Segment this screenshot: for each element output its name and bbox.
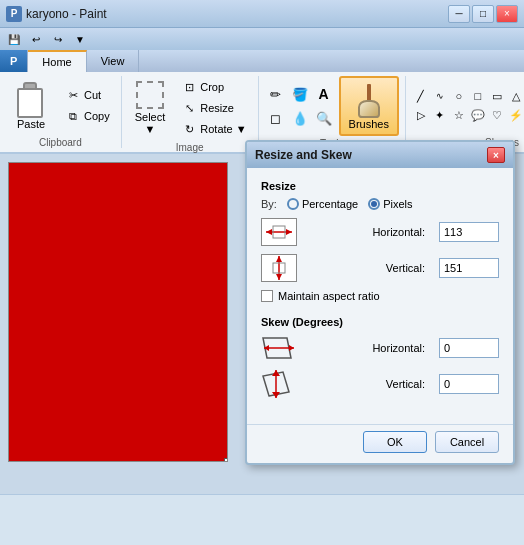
- by-label: By:: [261, 198, 277, 210]
- shape-arrow-r[interactable]: ▷: [412, 106, 430, 124]
- shape-callout[interactable]: 💬: [469, 106, 487, 124]
- shape-triangle[interactable]: △: [507, 87, 524, 105]
- image-group-content: Select ▼ ⊡ Crop ⤡ Resize ↻ Rotate: [128, 76, 252, 140]
- window-title: karyono - Paint: [26, 7, 448, 21]
- tab-view[interactable]: View: [87, 50, 140, 72]
- color-pick-button[interactable]: 💧: [289, 107, 311, 129]
- percentage-radio-circle: [287, 198, 299, 210]
- tools-row-1: ✏ 🪣 A: [265, 83, 335, 105]
- minimize-button[interactable]: ─: [448, 5, 470, 23]
- quick-access-toolbar: 💾 ↩ ↪ ▼: [0, 28, 524, 50]
- shape-lightning[interactable]: ⚡: [507, 106, 524, 124]
- percentage-label: Percentage: [302, 198, 358, 210]
- pixels-label: Pixels: [383, 198, 412, 210]
- magnify-button[interactable]: 🔍: [313, 107, 335, 129]
- skew-horizontal-label: Horizontal:: [305, 342, 431, 354]
- horizontal-arrows-svg: [264, 225, 294, 239]
- skew-horizontal-row: Horizontal:: [261, 334, 499, 362]
- horizontal-icon: [261, 218, 297, 246]
- select-icon: [136, 81, 164, 109]
- image-group: Select ▼ ⊡ Crop ⤡ Resize ↻ Rotate: [122, 76, 259, 148]
- text-button[interactable]: A: [313, 83, 335, 105]
- skew-section: Skew (Degrees) Horizontal:: [261, 316, 499, 398]
- crop-icon: ⊡: [181, 79, 197, 95]
- paste-icon: [15, 82, 47, 118]
- skew-section-label: Skew (Degrees): [261, 316, 499, 328]
- shape-line[interactable]: ╱: [412, 87, 430, 105]
- eraser-button[interactable]: ◻: [265, 107, 287, 129]
- percentage-radio[interactable]: Percentage: [287, 198, 358, 210]
- shape-curve[interactable]: ∿: [431, 87, 449, 105]
- copy-button[interactable]: ⧉ Copy: [60, 106, 115, 126]
- app-icon: P: [6, 6, 22, 22]
- rotate-button[interactable]: ↻ Rotate ▼: [176, 119, 251, 139]
- pixels-radio[interactable]: Pixels: [368, 198, 412, 210]
- vertical-arrows-svg: [272, 254, 286, 282]
- vertical-resize-row: Vertical:: [261, 254, 499, 282]
- cut-icon: ✂: [65, 87, 81, 103]
- brushes-button[interactable]: Brushes: [339, 76, 399, 136]
- paint-canvas[interactable]: [8, 162, 228, 462]
- svg-marker-20: [276, 274, 282, 280]
- horizontal-resize-input[interactable]: [439, 222, 499, 242]
- paste-button[interactable]: Paste: [6, 77, 56, 135]
- resize-skew-dialog: Resize and Skew × Resize By: Percentage …: [245, 140, 515, 465]
- shapes-grid: ╱ ∿ ○ □ ▭ △ ◇ ⬠ ⬡ ▷ ✦ ☆ 💬 ♡ ⚡ ⋯: [412, 87, 524, 124]
- svg-marker-25: [289, 345, 294, 351]
- save-quick-button[interactable]: 💾: [4, 30, 24, 48]
- shape-rrect[interactable]: ▭: [488, 87, 506, 105]
- dialog-close-button[interactable]: ×: [487, 147, 505, 163]
- select-button[interactable]: Select ▼: [128, 76, 173, 140]
- vertical-resize-input[interactable]: [439, 258, 499, 278]
- ribbon: P Home View Paste ✂ Cut: [0, 50, 524, 154]
- shapes-group-content: ╱ ∿ ○ □ ▭ △ ◇ ⬠ ⬡ ▷ ✦ ☆ 💬 ♡ ⚡ ⋯: [412, 76, 524, 135]
- copy-icon: ⧉: [65, 108, 81, 124]
- skew-vertical-input[interactable]: [439, 374, 499, 394]
- clipboard-group-content: Paste ✂ Cut ⧉ Copy: [6, 76, 115, 135]
- by-row: By: Percentage Pixels: [261, 198, 499, 210]
- tab-home[interactable]: Home: [28, 50, 86, 72]
- ribbon-tabs: P Home View: [0, 50, 524, 72]
- skew-h-svg: [261, 334, 297, 362]
- redo-button[interactable]: ↪: [48, 30, 68, 48]
- shape-star4[interactable]: ✦: [431, 106, 449, 124]
- dialog-buttons: OK Cancel: [247, 424, 513, 463]
- maintain-aspect-checkbox[interactable]: [261, 290, 273, 302]
- shape-oval[interactable]: ○: [450, 87, 468, 105]
- rotate-icon: ↻: [181, 121, 197, 137]
- quick-access-menu[interactable]: ▼: [70, 30, 90, 48]
- undo-button[interactable]: ↩: [26, 30, 46, 48]
- tools-col: ✏ 🪣 A ◻ 💧 🔍: [265, 83, 335, 129]
- cut-button[interactable]: ✂ Cut: [60, 85, 115, 105]
- shape-heart[interactable]: ♡: [488, 106, 506, 124]
- fill-button[interactable]: 🪣: [289, 83, 311, 105]
- skew-horizontal-input[interactable]: [439, 338, 499, 358]
- horizontal-resize-row: Horizontal:: [261, 218, 499, 246]
- horizontal-resize-label: Horizontal:: [305, 226, 431, 238]
- tools-group: ✏ 🪣 A ◻ 💧 🔍 Brushes: [259, 76, 406, 148]
- cancel-button[interactable]: Cancel: [435, 431, 499, 453]
- close-button[interactable]: ×: [496, 5, 518, 23]
- ok-button[interactable]: OK: [363, 431, 427, 453]
- paint-menu-button[interactable]: P: [0, 50, 28, 72]
- dialog-title-bar: Resize and Skew ×: [247, 142, 513, 168]
- resize-button[interactable]: ⤡ Resize: [176, 98, 251, 118]
- status-bar: [0, 494, 524, 514]
- crop-button[interactable]: ⊡ Crop: [176, 77, 251, 97]
- skew-v-svg: [261, 368, 297, 400]
- resize-icon: ⤡: [181, 100, 197, 116]
- brush-icon: [354, 82, 384, 118]
- window-controls: ─ □ ×: [448, 5, 518, 23]
- shape-star5[interactable]: ☆: [450, 106, 468, 124]
- pencil-button[interactable]: ✏: [265, 83, 287, 105]
- maximize-button[interactable]: □: [472, 5, 494, 23]
- clipboard-body: [17, 88, 43, 118]
- svg-marker-19: [276, 256, 282, 262]
- dialog-body: Resize By: Percentage Pixels: [247, 168, 513, 424]
- clipboard-group: Paste ✂ Cut ⧉ Copy Clipboard: [0, 76, 122, 148]
- svg-marker-15: [266, 229, 272, 235]
- skew-vertical-label: Vertical:: [305, 378, 431, 390]
- tools-group-content: ✏ 🪣 A ◻ 💧 🔍 Brushes: [265, 76, 399, 136]
- shape-rect[interactable]: □: [469, 87, 487, 105]
- resize-handle[interactable]: [224, 458, 228, 462]
